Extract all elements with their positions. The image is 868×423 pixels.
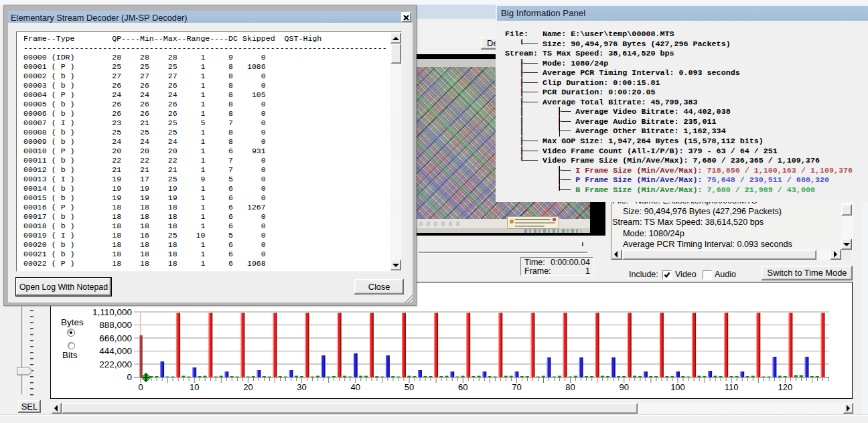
svg-text:444,000: 444,000 <box>99 346 132 356</box>
svg-text:10: 10 <box>190 382 199 392</box>
svg-text:888,000: 888,000 <box>99 320 132 330</box>
svg-text:30: 30 <box>297 382 306 392</box>
svg-text:666,000: 666,000 <box>99 333 132 343</box>
svg-text:60: 60 <box>458 382 467 392</box>
svg-text:40: 40 <box>351 382 360 392</box>
svg-text:110: 110 <box>725 382 739 392</box>
svg-text:100: 100 <box>670 382 685 392</box>
svg-text:70: 70 <box>512 382 521 392</box>
svg-text:80: 80 <box>565 382 575 392</box>
svg-text:20: 20 <box>243 382 252 392</box>
svg-text:222,000: 222,000 <box>99 359 132 369</box>
svg-text:120: 120 <box>778 382 793 392</box>
svg-text:50: 50 <box>405 382 414 392</box>
svg-text:0: 0 <box>138 382 143 392</box>
svg-text:90: 90 <box>620 382 629 392</box>
svg-text:0: 0 <box>127 372 132 382</box>
svg-text:1,110,000: 1,110,000 <box>92 307 132 317</box>
